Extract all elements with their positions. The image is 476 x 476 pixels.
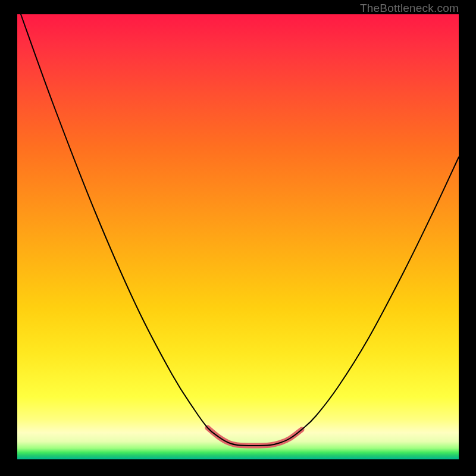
- watermark-text: TheBottleneck.com: [360, 2, 459, 15]
- chart-svg: [17, 14, 459, 459]
- chart-area: [17, 14, 459, 459]
- curve-path: [21, 14, 459, 446]
- valley-highlight-path: [208, 428, 302, 446]
